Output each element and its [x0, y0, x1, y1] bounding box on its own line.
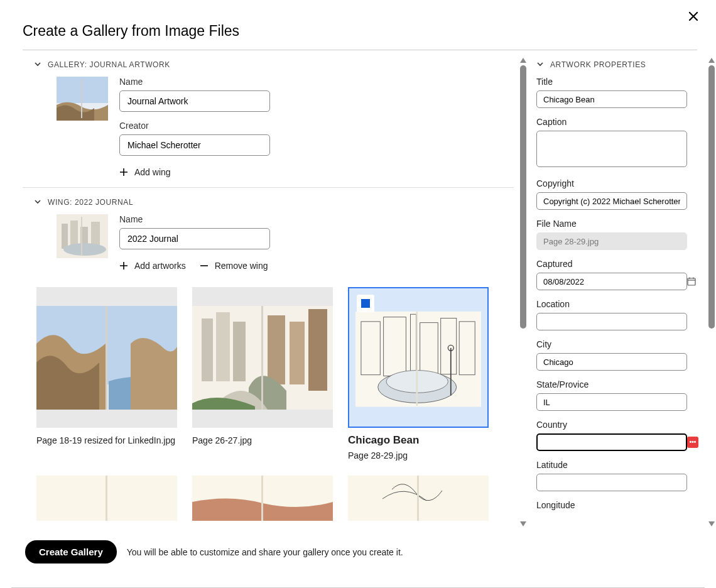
wing-name-label: Name [119, 214, 270, 224]
prop-filename-display [536, 232, 687, 250]
prop-location-label: Location [536, 299, 702, 309]
prop-state-input[interactable] [536, 393, 687, 411]
country-picker-button[interactable]: ••• [687, 437, 698, 448]
artwork-card[interactable]: Page 18-19 resized for LinkedIn.jpg [36, 287, 177, 460]
create-gallery-button[interactable]: Create Gallery [25, 540, 117, 564]
scroll-down-button[interactable] [520, 521, 526, 526]
prop-title-input[interactable] [536, 90, 687, 108]
calendar-icon [687, 277, 696, 286]
svg-rect-43 [417, 476, 419, 521]
chevron-down-icon [34, 59, 41, 70]
add-wing-button[interactable]: Add wing [119, 167, 171, 177]
svg-rect-12 [106, 306, 107, 410]
svg-rect-34 [416, 312, 418, 406]
artwork-tile[interactable] [36, 287, 177, 428]
gallery-creator-label: Creator [119, 121, 270, 131]
wing-section-header[interactable]: WING: 2022 JOURNAL [23, 188, 514, 214]
svg-rect-16 [216, 312, 230, 381]
prop-captured-label: Captured [536, 259, 702, 269]
scroll-up-button[interactable] [708, 58, 715, 63]
prop-copyright-label: Copyright [536, 178, 702, 188]
add-artworks-button[interactable]: Add artworks [119, 261, 186, 271]
prop-country-input[interactable] [536, 433, 687, 451]
artwork-tile[interactable] [348, 476, 489, 521]
gallery-name-label: Name [119, 77, 270, 87]
artwork-name-selected: Chicago Bean [348, 434, 489, 447]
svg-rect-15 [202, 318, 213, 381]
prop-location-input[interactable] [536, 313, 687, 330]
prop-captured-input[interactable] [536, 273, 687, 290]
svg-rect-17 [233, 322, 246, 381]
minus-icon [200, 261, 209, 270]
svg-rect-44 [688, 278, 695, 285]
scrollbar-thumb[interactable] [520, 65, 526, 329]
artwork-tile[interactable] [36, 476, 177, 521]
chevron-down-icon [536, 59, 544, 70]
gallery-thumbnail [57, 77, 108, 121]
prop-caption-label: Caption [536, 117, 702, 127]
prop-country-label: Country [536, 420, 702, 430]
svg-rect-9 [81, 217, 82, 256]
gallery-name-input[interactable] [119, 90, 270, 112]
svg-rect-37 [106, 476, 107, 521]
chevron-down-icon [34, 197, 41, 208]
wing-name-input[interactable] [119, 228, 270, 249]
footer-hint: You will be able to customize and share … [127, 547, 403, 557]
check-icon [361, 299, 370, 308]
plus-icon [119, 168, 128, 177]
artwork-tile[interactable] [192, 287, 333, 428]
svg-rect-2 [81, 79, 82, 118]
prop-title-label: Title [536, 77, 702, 87]
prop-copyright-input[interactable] [536, 192, 687, 210]
prop-caption-input[interactable] [536, 131, 687, 167]
artwork-tile-selected[interactable] [348, 287, 489, 428]
artwork-card[interactable] [348, 476, 489, 521]
gallery-section-header[interactable]: GALLERY: JOURNAL ARTWORK [23, 50, 514, 77]
plus-icon [119, 261, 128, 270]
prop-city-label: City [536, 339, 702, 349]
wing-thumbnail [57, 214, 108, 258]
artwork-card[interactable] [36, 476, 177, 521]
svg-rect-20 [308, 309, 327, 391]
modal-title: Create a Gallery from Image Files [0, 0, 716, 50]
svg-rect-4 [62, 224, 68, 249]
ellipsis-icon: ••• [690, 439, 697, 445]
gallery-creator-input[interactable] [119, 134, 270, 156]
scroll-down-button[interactable] [708, 521, 715, 526]
remove-wing-label: Remove wing [215, 261, 268, 271]
svg-point-8 [63, 243, 106, 256]
remove-wing-button[interactable]: Remove wing [200, 261, 268, 271]
artwork-card[interactable]: Page 26-27.jpg [192, 287, 333, 460]
prop-latitude-input[interactable] [536, 474, 687, 491]
add-artworks-label: Add artworks [134, 261, 186, 271]
scrollbar-track[interactable] [520, 65, 526, 519]
scroll-up-button[interactable] [520, 58, 526, 63]
prop-latitude-label: Latitude [536, 460, 702, 470]
gallery-section-label: GALLERY: JOURNAL ARTWORK [48, 60, 170, 69]
artwork-label: Page 28-29.jpg [348, 450, 489, 460]
wing-section-label: WING: 2022 JOURNAL [48, 198, 133, 207]
svg-rect-19 [290, 322, 305, 384]
scrollbar-track[interactable] [708, 65, 715, 519]
add-wing-label: Add wing [134, 167, 171, 177]
close-button[interactable] [688, 11, 703, 26]
svg-rect-40 [261, 476, 263, 521]
artwork-tile[interactable] [192, 476, 333, 521]
scrollbar-thumb[interactable] [708, 65, 715, 329]
properties-section-label: ARTWORK PROPERTIES [550, 60, 646, 69]
properties-section-header[interactable]: ARTWORK PROPERTIES [536, 50, 702, 77]
prop-longitude-label: Longitude [536, 500, 702, 510]
artwork-card[interactable]: Chicago Bean Page 28-29.jpg [348, 287, 489, 460]
prop-city-input[interactable] [536, 353, 687, 371]
close-icon [688, 11, 698, 21]
selection-checkbox[interactable] [357, 295, 374, 312]
artwork-label: Page 18-19 resized for LinkedIn.jpg [36, 435, 177, 445]
artwork-label: Page 26-27.jpg [192, 435, 333, 445]
prop-state-label: State/Provice [536, 379, 702, 389]
prop-filename-label: File Name [536, 219, 702, 229]
svg-rect-21 [261, 306, 263, 410]
artwork-card[interactable] [192, 476, 333, 521]
svg-rect-18 [268, 315, 285, 384]
